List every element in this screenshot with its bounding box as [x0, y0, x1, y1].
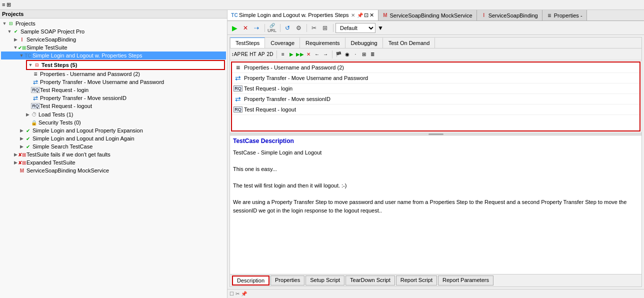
step-bullet-btn[interactable]: ≡ [279, 50, 287, 58]
tree-item-simple-search[interactable]: ▶ ✔ Simple Search TestCase [1, 142, 226, 150]
tree-item-step-transfer1[interactable]: ⇄ Property Transfer - Move Username and … [26, 78, 225, 86]
step-item-3[interactable]: ⇄ Property Transfer - Move sessionID [232, 94, 640, 104]
profile-select[interactable]: Default [336, 23, 376, 33]
add-button[interactable]: ⊞ [320, 23, 330, 33]
status-bar: ☐ ✂ 📌 [228, 289, 644, 298]
tab-simple-login[interactable]: TC Simple Login and Logout w. Properties… [228, 10, 378, 21]
tree-item-step-login[interactable]: RQ Test Request - login [26, 86, 225, 94]
expander[interactable]: ▼ [7, 29, 12, 34]
tab-service-soap[interactable]: I ServiceSoapBinding [477, 10, 542, 21]
step-http-btn[interactable]: HT [249, 50, 257, 58]
tab-requirements[interactable]: Requirements [300, 38, 345, 48]
bottom-tab-properties[interactable]: Properties [270, 276, 304, 286]
settings-button[interactable]: ⚙ [294, 23, 304, 33]
tree-item-login-prop[interactable]: ▶ ✔ Simple Login and Logout Property Exp… [1, 126, 226, 134]
tab-teststeps[interactable]: TestSteps [230, 37, 265, 48]
step-run-btn[interactable]: ▶ [288, 50, 296, 58]
status-icons: ☐ ✂ 📌 [230, 291, 247, 296]
tab-label-simple-login: Simple Login and Logout w. Properties St… [239, 12, 349, 18]
stop-button[interactable]: ✕ [240, 23, 250, 33]
step-cancel-btn[interactable]: ✕ [304, 50, 312, 58]
step-right-btn[interactable]: → [322, 50, 330, 58]
step-2d-btn[interactable]: 2D [266, 50, 274, 58]
expander[interactable]: ▶ [19, 136, 24, 141]
expander[interactable]: ▶ [13, 37, 18, 42]
step-list-btn[interactable]: ≣ [368, 50, 376, 58]
tree-item-security-tests[interactable]: 🔒 Security Tests (0) [1, 118, 226, 126]
tree-item-step-logout[interactable]: RQ Test Request - logout [26, 102, 225, 110]
tab-props-icon: ≡ [546, 12, 552, 18]
logout-step-icon: RQ [32, 102, 39, 110]
tree-item-load-tests[interactable]: ▶ ⏱ Load Tests (1) [1, 110, 226, 118]
expander[interactable]: ▼ [28, 62, 33, 68]
steps-icon: ⊟ [34, 62, 40, 68]
expander[interactable]: ▼ [13, 45, 18, 50]
tab-pin-icon[interactable]: 📌 [357, 12, 363, 18]
tab-properties[interactable]: ≡ Properties - [542, 10, 587, 21]
step-dot-btn[interactable]: · [352, 50, 360, 58]
step-circle-btn[interactable]: ◉ [343, 50, 351, 58]
tab-max-icon[interactable]: ⊡ [364, 12, 368, 18]
bottom-tab-teardown[interactable]: TearDown Script [346, 276, 395, 286]
tab-service-icon: I [481, 12, 487, 18]
expander[interactable]: ▶ [19, 144, 24, 149]
step-run-all-btn[interactable]: ▶▶ [296, 50, 304, 58]
step-sort-btn[interactable]: ↕AP [232, 50, 240, 58]
expander[interactable]: ▼ [19, 53, 24, 58]
tree-item-simple-login[interactable]: ▼ TC Simple Login and Logout w. Properti… [1, 52, 226, 60]
step-item-2[interactable]: RQ Test Request - login [232, 84, 640, 94]
tree-label-simple-login: Simple Login and Logout w. Properties St… [32, 52, 142, 58]
tab-debugging-label: Debugging [351, 40, 378, 46]
test-steps-group: ▼ ⊟ Test Steps (5) ≡ Properties - Userna… [2, 60, 225, 110]
tree-item-step-transfer2[interactable]: ⇄ Property Transfer - Move sessionID [26, 94, 225, 102]
tree-item-login-again[interactable]: ▶ ✔ Simple Login and Logout and Login Ag… [1, 134, 226, 142]
fails-icon: ✘⊞ [18, 151, 26, 158]
scissors-button[interactable]: ✂ [309, 23, 319, 33]
step-button[interactable]: ⇢ [252, 23, 262, 33]
step-flag-btn[interactable]: 🏴 [334, 50, 342, 58]
tab-tod-label: Test On Demand [388, 40, 430, 46]
bottom-tab-report-params[interactable]: Report Parameters [438, 276, 494, 286]
step-item-1[interactable]: ⇄ Property Transfer - Move Username and … [232, 73, 640, 84]
bottom-tab-report-script[interactable]: Report Script [396, 276, 437, 286]
step-grid-btn[interactable]: ⊞ [360, 50, 368, 58]
tab-test-on-demand[interactable]: Test On Demand [383, 38, 436, 48]
expander[interactable]: ▼ [2, 21, 7, 26]
step-left-btn[interactable]: ← [313, 50, 321, 58]
run-button[interactable]: ▶ [230, 23, 240, 33]
expander[interactable]: ▶ [19, 128, 24, 133]
bottom-tab-description[interactable]: Description [232, 276, 270, 286]
tree-item-expanded[interactable]: ▶ ✘⊞ Expanded TestSuite [1, 158, 226, 166]
menu-bar: ≡ ⊞ [0, 0, 644, 10]
steps-list[interactable]: ≡ Properties - Username and Password (2)… [231, 62, 640, 132]
tree-item-step-props[interactable]: ≡ Properties - Username and Password (2) [26, 70, 225, 78]
expander[interactable]: ▶ [13, 152, 18, 157]
tab-mock-service[interactable]: M ServiceSoapBinding MockService [378, 10, 477, 21]
tab-close-btn[interactable]: ✕ [351, 12, 355, 18]
dropdown-button[interactable]: ▼ [376, 23, 386, 33]
refresh-button[interactable]: ↺ [282, 23, 292, 33]
tree-item-fails[interactable]: ▶ ✘⊞ TestSuite fails if we don't get fau… [1, 150, 226, 158]
tree-item-simple-testsuite[interactable]: ▼ ✔⊞ Simple TestSuite [1, 44, 226, 52]
tree-item-mock[interactable]: M ServiceSoapBinding MockService [1, 166, 226, 174]
tab-debugging[interactable]: Debugging [346, 38, 383, 48]
projects-icon: ⊟ [8, 20, 14, 27]
bottom-tab-setup[interactable]: Setup Script [306, 276, 344, 286]
step-item-0[interactable]: ≡ Properties - Username and Password (2) [232, 62, 640, 73]
step-item-4[interactable]: RQ Test Request - logout [232, 104, 640, 115]
tab-coverage[interactable]: Coverage [265, 38, 300, 48]
tab-x-icon[interactable]: ✕ [370, 12, 374, 18]
expander[interactable]: ▶ [25, 112, 30, 117]
step-add-btn[interactable]: AP [258, 50, 266, 58]
testcase2-icon: ✔ [24, 127, 32, 134]
expander[interactable]: ▶ [13, 160, 18, 165]
tree-item-service-soap[interactable]: ▶ I ServiceSoapBinding [1, 36, 226, 44]
link-url-button[interactable]: 🔗 URL [267, 23, 277, 33]
tree-item-sample-soap[interactable]: ▼ ✔ Sample SOAP Project Pro [1, 28, 226, 36]
menu-icon[interactable]: ≡ ⊞ [2, 2, 11, 8]
tree-item-test-steps[interactable]: ▼ ⊟ Test Steps (5) [26, 60, 225, 70]
tree-container[interactable]: ▼ ⊟ Projects ▼ ✔ Sample SOAP Project Pro… [0, 18, 227, 298]
app-container: ≡ ⊞ Projects ▼ ⊟ Projects ▼ ✔ Sample SOA… [0, 0, 644, 298]
tree-item-root[interactable]: ▼ ⊟ Projects [1, 20, 226, 28]
step-rename-btn[interactable]: RE [240, 50, 248, 58]
